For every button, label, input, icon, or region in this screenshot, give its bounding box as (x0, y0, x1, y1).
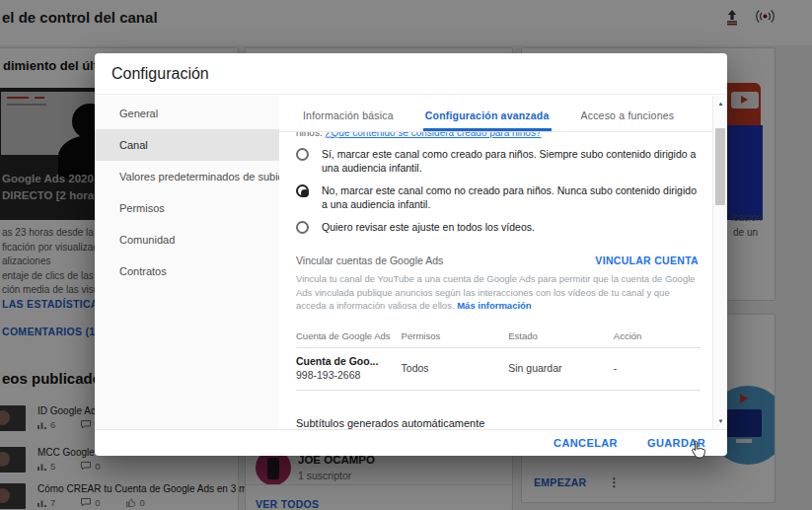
sidebar-item-contratos[interactable]: Contratos (95, 255, 279, 287)
link-account-button[interactable]: VINCULAR CUENTA (595, 255, 699, 266)
ads-account-id: 998-193-2668 (296, 369, 402, 381)
learn-more-link[interactable]: Más información (457, 300, 532, 311)
scrollbar-thumb[interactable] (715, 128, 725, 205)
sidebar-item-canal[interactable]: Canal (95, 129, 279, 161)
dialog-title: Configuración (111, 65, 209, 83)
scroll-down-arrow[interactable]: ▼ (713, 415, 727, 427)
ads-account-name: Cuenta de Goo... (296, 355, 402, 367)
settings-content: Información básica Configuración avanzad… (279, 96, 727, 429)
sidebar-item-permisos[interactable]: Permisos (95, 192, 279, 224)
hand-cursor (691, 440, 707, 465)
column-header: Cuenta de Google Ads (296, 323, 402, 348)
dialog-scrollbar[interactable]: ▲ ▼ (712, 96, 727, 429)
radio-icon[interactable] (296, 148, 309, 161)
ads-account-permissions: Todos (402, 347, 509, 390)
sidebar-item-valores[interactable]: Valores predeterminados de subida (95, 161, 279, 192)
radio-icon-selected[interactable] (296, 184, 309, 197)
radio-option-kids-no[interactable]: No, marcar este canal como no creado par… (296, 183, 701, 211)
settings-scroll-area: niños. ¿Qué contenido se considera cread… (279, 132, 712, 429)
auto-subtitles-row[interactable]: Subtítulos generados automáticamente (296, 417, 701, 429)
clipped-help-line: niños. ¿Qué contenido se considera cread… (296, 132, 701, 138)
google-ads-accounts-table: Cuenta de Google Ads Permisos Estado Acc… (296, 323, 701, 391)
radio-option-review[interactable]: Quiero revisar este ajuste en todos los … (296, 220, 701, 234)
tab-configuracion-avanzada[interactable]: Configuración avanzada (423, 109, 552, 131)
settings-dialog: Configuración General Canal Valores pred… (95, 53, 727, 456)
tab-informacion-basica[interactable]: Información básica (301, 109, 396, 131)
table-row: Cuenta de Goo... 998-193-2668 Todos Sin … (296, 347, 701, 390)
sidebar-item-comunidad[interactable]: Comunidad (95, 224, 279, 255)
google-ads-section-label: Vincular cuentas de Google Ads (296, 255, 443, 266)
tab-acceso-a-funciones[interactable]: Acceso a funciones (579, 109, 677, 131)
kids-content-help-link[interactable]: ¿Qué contenido se considera creado para … (325, 132, 541, 138)
scroll-up-arrow[interactable]: ▲ (713, 98, 727, 109)
ads-account-status: Sin guardar (508, 347, 614, 390)
dialog-footer: CANCELAR GUARDAR (95, 429, 727, 456)
sidebar-item-general[interactable]: General (95, 98, 279, 129)
google-ads-description: Vincula tu canal de YouTube a una cuenta… (296, 272, 701, 313)
radio-option-kids-yes[interactable]: Sí, marcar este canal como creado para n… (296, 147, 701, 175)
column-header: Estado (508, 323, 614, 348)
column-header: Acción (614, 323, 701, 348)
column-header: Permisos (402, 323, 509, 348)
cancel-button[interactable]: CANCELAR (554, 437, 618, 449)
settings-tabs: Información básica Configuración avanzad… (279, 96, 712, 132)
dialog-header: Configuración (95, 53, 727, 95)
settings-sidebar: General Canal Valores predeterminados de… (95, 96, 279, 429)
radio-icon[interactable] (296, 221, 309, 234)
ads-account-action: - (614, 347, 701, 390)
